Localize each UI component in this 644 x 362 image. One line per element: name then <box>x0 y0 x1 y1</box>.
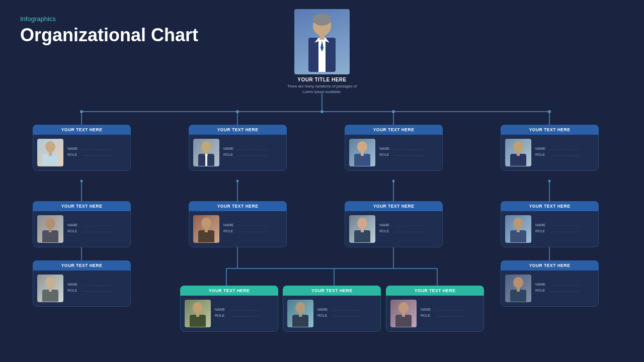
card-b1: YOUR TEXT HERE NAME ....................… <box>180 286 278 332</box>
card-l2-1-photo <box>37 215 63 243</box>
svg-point-63 <box>193 302 203 313</box>
svg-point-45 <box>513 141 523 152</box>
card-b3-info: NAME .................... ROLE .........… <box>421 308 479 319</box>
card-b2-info: NAME .................... ROLE .........… <box>317 308 376 319</box>
svg-point-54 <box>357 218 367 229</box>
svg-point-9 <box>392 110 395 113</box>
role-dots: .................... <box>83 153 112 156</box>
name-field: NAME .................... <box>317 308 376 311</box>
card-l1-1-header: YOUR TEXT HERE <box>33 125 131 135</box>
card-l2-4-photo <box>505 215 531 243</box>
name-label: NAME <box>215 308 229 311</box>
role-field: ROLE .................... <box>535 229 594 233</box>
role-dots: .................... <box>550 289 580 292</box>
card-l3-left-photo <box>37 275 63 302</box>
person-icon <box>350 140 374 166</box>
svg-rect-32 <box>319 35 325 40</box>
svg-rect-47 <box>517 152 520 156</box>
name-label: NAME <box>67 283 82 286</box>
card-l1-4-header: YOUR TEXT HERE <box>501 125 599 135</box>
person-icon <box>506 216 530 242</box>
card-l3-right-photo <box>505 275 531 302</box>
root-photo <box>294 9 350 74</box>
name-dots: .................... <box>83 147 112 150</box>
role-label: ROLE <box>379 229 393 233</box>
svg-rect-50 <box>49 228 52 232</box>
name-field: NAME .................... <box>67 147 126 150</box>
card-l3-right-header: YOUR TEXT HERE <box>501 260 599 270</box>
svg-point-51 <box>201 218 211 229</box>
role-label: ROLE <box>421 314 435 317</box>
role-label: ROLE <box>215 314 229 317</box>
card-b3-body: NAME .................... ROLE .........… <box>386 296 484 332</box>
svg-rect-68 <box>299 313 302 317</box>
role-field: ROLE .................... <box>317 314 376 317</box>
card-l2-4: YOUR TEXT HERE NAME ....................… <box>501 201 599 247</box>
role-dots: .................... <box>550 153 580 156</box>
card-l1-3-photo <box>349 139 375 166</box>
name-label: NAME <box>223 223 237 227</box>
card-l3-right: YOUR TEXT HERE NAME ....................… <box>501 260 599 307</box>
card-l3-left-header: YOUR TEXT HERE <box>33 260 131 270</box>
role-label: ROLE <box>67 289 82 292</box>
card-b3-photo <box>390 300 417 327</box>
card-l2-3-info: NAME .................... ROLE .........… <box>379 223 438 235</box>
card-b2-photo <box>287 300 313 327</box>
role-dots: .................... <box>436 314 465 317</box>
card-l1-2-photo <box>193 139 219 166</box>
svg-rect-56 <box>361 228 364 232</box>
svg-point-66 <box>295 302 305 313</box>
card-l1-1-body: NAME .................... ROLE .........… <box>33 135 131 171</box>
role-label: ROLE <box>535 153 549 156</box>
svg-point-72 <box>513 277 523 288</box>
role-field: ROLE .................... <box>535 289 594 292</box>
name-label: NAME <box>67 147 82 150</box>
name-dots: .................... <box>238 147 268 150</box>
person-icon <box>38 216 62 242</box>
name-dots: .................... <box>333 308 362 311</box>
svg-point-10 <box>548 110 551 113</box>
root-person-icon <box>299 12 345 72</box>
root-title: YOUR TITLE HERE <box>297 77 347 82</box>
card-l1-4: YOUR TEXT HERE NAME ....................… <box>501 125 599 171</box>
name-label: NAME <box>421 308 435 311</box>
role-dots: .................... <box>333 314 362 317</box>
card-l3-right-body: NAME .................... ROLE .........… <box>501 270 599 307</box>
card-l2-1-info: NAME .................... ROLE .........… <box>67 223 126 235</box>
card-l2-3-photo <box>349 215 375 243</box>
root-node: YOUR TITLE HERE There are many variation… <box>284 9 360 95</box>
person-icon <box>194 140 218 166</box>
card-l2-4-info: NAME .................... ROLE .........… <box>535 223 594 235</box>
card-l1-2-info: NAME .................... ROLE .........… <box>223 147 282 158</box>
name-label: NAME <box>317 308 332 311</box>
card-b1-header: YOUR TEXT HERE <box>180 286 278 296</box>
root-desc: There are many variations of passages of… <box>287 84 357 95</box>
card-l3-left: YOUR TEXT HERE NAME ....................… <box>33 260 131 307</box>
card-l2-2-body: NAME .................... ROLE .........… <box>189 211 287 247</box>
person-icon <box>38 276 62 302</box>
card-l1-3-info: NAME .................... ROLE .........… <box>379 147 438 158</box>
header: Infographics Organizational Chart <box>20 15 198 46</box>
name-field: NAME .................... <box>379 223 438 227</box>
svg-point-8 <box>320 110 324 113</box>
card-b2-body: NAME .................... ROLE .........… <box>283 296 381 332</box>
person-icon <box>506 140 530 166</box>
name-dots: .................... <box>394 147 424 150</box>
card-l2-2: YOUR TEXT HERE NAME ....................… <box>189 201 287 247</box>
name-field: NAME .................... <box>535 283 594 286</box>
card-l2-3: YOUR TEXT HERE NAME ....................… <box>345 201 443 247</box>
name-label: NAME <box>535 147 549 150</box>
role-label: ROLE <box>379 153 393 156</box>
svg-rect-59 <box>517 228 520 232</box>
role-dots: .................... <box>238 153 268 156</box>
svg-point-26 <box>548 180 551 183</box>
name-label: NAME <box>535 223 549 227</box>
role-field: ROLE .................... <box>223 153 282 156</box>
card-l3-left-info: NAME .................... ROLE .........… <box>67 283 126 294</box>
role-field: ROLE .................... <box>535 153 594 156</box>
card-l2-3-header: YOUR TEXT HERE <box>345 201 443 211</box>
role-dots: .................... <box>230 314 260 317</box>
name-field: NAME .................... <box>535 223 594 227</box>
card-b1-photo <box>185 300 211 327</box>
name-dots: .................... <box>83 223 112 227</box>
